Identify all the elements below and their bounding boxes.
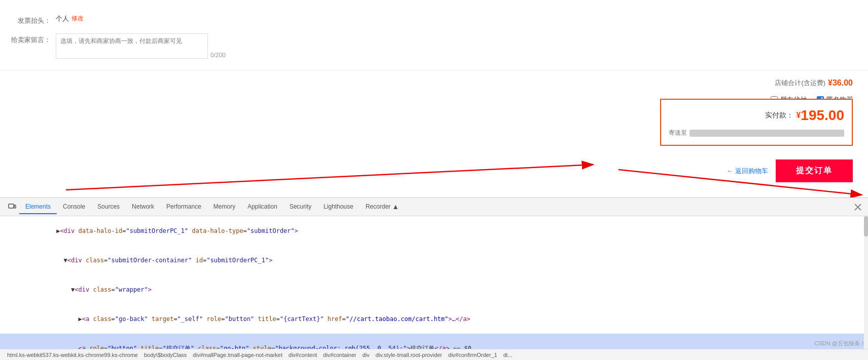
breadcrumb-div-content[interactable]: div#content <box>286 351 319 359</box>
breadcrumb-body[interactable]: body\$bodyClass <box>142 351 189 359</box>
total-row: 店铺合计(含运费) ¥36.00 <box>0 73 868 93</box>
devtools-content[interactable]: ▶<div data-halo-id="submitOrderPC_1" dat… <box>0 216 868 349</box>
total-label: 店铺合计(含运费) <box>775 78 825 88</box>
devtools-panel: Elements Console Sources Network Perform… <box>0 197 868 360</box>
close-icon <box>854 203 862 211</box>
breadcrumb-div-mallpage[interactable]: div#mallPage.tmall-page-not-market <box>191 351 284 359</box>
recorder-label: Recorder <box>366 203 390 210</box>
tab-console[interactable]: Console <box>57 200 91 214</box>
recorder-icon: ▲ <box>392 203 399 211</box>
close-devtools-button[interactable] <box>852 201 864 213</box>
message-label: 给卖家留言： <box>10 33 51 45</box>
tab-performance[interactable]: Performance <box>160 200 207 214</box>
devtools-tabs: Elements Console Sources Network Perform… <box>19 199 405 215</box>
devtools-panel-toggle[interactable] <box>5 200 19 214</box>
breadcrumb-div-confirm[interactable]: div#confirmOrder_1 <box>446 351 499 359</box>
svg-rect-5 <box>14 205 16 208</box>
back-label: 返回购物车 <box>735 167 768 176</box>
form-section: 发票抬头： 个人 修改 给卖家留言： 0/200 <box>0 0 868 68</box>
char-count: 0/200 <box>210 52 226 59</box>
page-wrapper: 发票抬头： 个人 修改 给卖家留言： 0/200 店铺合计(含运费) ¥36.0… <box>0 0 868 360</box>
invoice-label: 发票抬头： <box>10 14 51 25</box>
payment-amount: 195.00 <box>801 107 844 124</box>
svg-line-2 <box>66 165 593 190</box>
breadcrumb-div-style[interactable]: div.style-tmall.root-provider <box>374 351 444 359</box>
back-arrow-icon: ← <box>727 167 733 175</box>
code-line-2[interactable]: ▼<div class="submitOrder-container" id="… <box>0 246 868 275</box>
invoice-value: 个人 <box>56 14 69 23</box>
tab-memory[interactable]: Memory <box>207 200 241 214</box>
payment-box: 实付款： ¥ 195.00 寄送⾄ <box>660 99 853 146</box>
action-row: ← 返回购物车 提交订单 <box>727 159 853 182</box>
breadcrumb-di[interactable]: di... <box>501 351 515 359</box>
breadcrumb-bar: html.ks-webkit537.ks-webkit.ks-chrome99.… <box>0 349 868 360</box>
tab-recorder[interactable]: Recorder ▲ <box>359 199 405 215</box>
svg-rect-4 <box>9 204 14 208</box>
shipping-row: 寄送⾄ <box>669 129 844 137</box>
total-price: ¥36.00 <box>828 78 853 88</box>
tab-network[interactable]: Network <box>126 200 160 214</box>
page-area: 发票抬头： 个人 修改 给卖家留言： 0/200 店铺合计(含运费) ¥36.0… <box>0 0 868 197</box>
breadcrumb-div-container[interactable]: div#container <box>321 351 358 359</box>
payment-currency: ¥ <box>796 111 801 120</box>
divider-1 <box>0 70 868 71</box>
back-link[interactable]: ← 返回购物车 <box>727 167 768 176</box>
tab-security[interactable]: Security <box>283 200 317 214</box>
blurred-address <box>690 130 844 137</box>
code-line-3[interactable]: ▼<div class="wrapper"> <box>0 275 868 304</box>
code-line-5[interactable]: <a role="button" title="提交订单" class="go-… <box>0 334 868 349</box>
invoice-edit-link[interactable]: 修改 <box>71 14 84 23</box>
breadcrumb-div[interactable]: div <box>360 351 372 359</box>
code-line-1[interactable]: ▶<div data-halo-id="submitOrderPC_1" dat… <box>0 216 868 246</box>
scroll-thumb[interactable] <box>864 216 868 236</box>
code-line-4[interactable]: ▶<a class="go-back" target="_self" role=… <box>0 304 868 334</box>
payment-label: 实付款： <box>765 111 793 120</box>
message-textarea[interactable] <box>56 33 208 59</box>
payment-amount-row: 实付款： ¥ 195.00 <box>669 107 844 124</box>
invoice-row: 发票抬头： 个人 修改 <box>0 10 868 29</box>
shipping-label: 寄送⾄ <box>669 129 687 137</box>
message-row: 给卖家留言： 0/200 <box>0 29 868 63</box>
device-icon <box>8 203 16 211</box>
tab-lighthouse[interactable]: Lighthouse <box>317 200 359 214</box>
devtools-toolbar: Elements Console Sources Network Perform… <box>0 198 868 216</box>
tab-elements[interactable]: Elements <box>19 200 57 214</box>
scroll-track[interactable] <box>864 216 868 349</box>
watermark: CSDN @五包辣条！ <box>815 340 865 347</box>
breadcrumb-html[interactable]: html.ks-webkit537.ks-webkit.ks-chrome99.… <box>5 351 140 359</box>
tab-application[interactable]: Application <box>241 200 283 214</box>
submit-button[interactable]: 提交订单 <box>776 159 853 182</box>
tab-sources[interactable]: Sources <box>91 200 126 214</box>
